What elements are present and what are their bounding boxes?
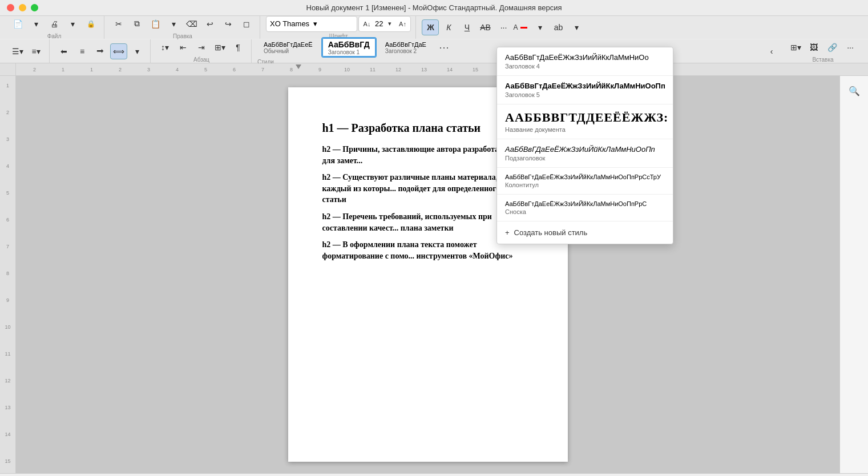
content-area[interactable]: h1 — Разработка плана статьи h2 — Причин… xyxy=(16,76,839,473)
bullet-list-button[interactable]: ☰▾ xyxy=(9,43,26,59)
font-size-increase-button[interactable]: A↑ xyxy=(397,18,408,30)
share-button[interactable]: 🔒 xyxy=(82,16,99,32)
redo-button[interactable]: ↪ xyxy=(220,16,237,32)
ruler-num-11: 11 xyxy=(0,350,15,377)
font-color-button[interactable]: A xyxy=(513,19,530,35)
style-card-normal-preview: АаБбВвГтДаЕеЁ xyxy=(264,41,313,48)
numbered-list-button[interactable]: ≡▾ xyxy=(27,43,45,59)
statusbar: Страница 1 из 1 − + 100% xyxy=(0,473,868,476)
ruler-num-2: 2 xyxy=(0,108,15,135)
search-button[interactable]: 🔍 xyxy=(844,80,865,101)
new-button[interactable]: 📄 xyxy=(9,16,26,32)
paragraph-marks-button[interactable]: ¶ xyxy=(229,39,247,55)
styles-arrow-left-button[interactable]: ‹ xyxy=(763,43,780,59)
erase-button[interactable]: ◻ xyxy=(238,16,255,32)
font-selector[interactable]: XO Thames ▾ xyxy=(266,16,357,32)
style-card-heading1[interactable]: АаБбВвГД Заголовок 1 xyxy=(321,37,377,58)
styles-panel-scroll: АаБбВвГтДаЕеЁЖжЗзИиЙйКкЛаМмНиОо Заголово… xyxy=(497,47,673,221)
table-button[interactable]: ⊞▾ xyxy=(211,39,228,55)
svg-text:4: 4 xyxy=(176,67,179,72)
svg-text:3: 3 xyxy=(147,67,150,72)
window-title: Новый документ 1 [Изменен] - МойОфис Ста… xyxy=(306,3,562,12)
align-section: ⬅ ≡ ⮕ ⟺ ▾ xyxy=(51,39,151,63)
ruler-top-wrapper: 2 1 1 2 3 4 5 6 7 8 9 10 11 12 13 14 15 xyxy=(0,63,868,76)
ruler-num-14: 14 xyxy=(0,430,15,457)
svg-text:1: 1 xyxy=(90,67,93,72)
ruler-num-12: 12 xyxy=(0,377,15,404)
plus-icon: + xyxy=(505,228,510,237)
print-button[interactable]: 🖨 xyxy=(46,16,63,32)
image-insert-button[interactable]: 🖼 xyxy=(805,39,822,55)
ruler-num-15: 15 xyxy=(0,457,15,476)
maximize-button[interactable] xyxy=(31,4,38,11)
style-panel-item-heading5[interactable]: АаБбВвГтДаЕеЁЖжЗзИиЙйКкЛаМмНиОоПп Заголо… xyxy=(497,76,673,104)
italic-button[interactable]: К xyxy=(440,19,457,35)
style-panel-item-subtitle[interactable]: АаБбВвГДаЕеЁЖжЗзИиЙйКкЛаМмНиОоПп Подзаго… xyxy=(497,139,673,168)
style-card-normal[interactable]: АаБбВвГтДаЕеЁ Обычный xyxy=(257,37,319,58)
style-preview-heading5: АаБбВвГтДаЕеЁЖжЗзИиЙйКкЛаМмНиОоПп xyxy=(505,82,665,90)
ruler-num-4: 4 xyxy=(0,162,15,189)
svg-text:11: 11 xyxy=(370,67,376,72)
cut-button[interactable]: ✂ xyxy=(110,16,127,32)
ruler-num-1: 1 xyxy=(0,82,15,108)
minimize-button[interactable] xyxy=(19,4,26,11)
highlight-arrow-button[interactable]: ▾ xyxy=(568,19,585,35)
ruler-num-6: 6 xyxy=(0,216,15,243)
align-right-button[interactable]: ⮕ xyxy=(92,43,109,59)
style-panel-item-header[interactable]: АаБбВвГтДаЕеЁЖжЗзИиЙйКкЛаМмНиОоПпРрСсТрУ… xyxy=(497,168,673,195)
close-button[interactable] xyxy=(7,4,14,11)
bold-button[interactable]: Ж xyxy=(422,19,439,35)
line-spacing-button[interactable]: ↕▾ xyxy=(156,39,173,55)
style-name-subtitle: Подзаголовок xyxy=(505,155,665,162)
insert-label: Вставка xyxy=(812,57,833,63)
align-justify-button[interactable]: ⟺ xyxy=(110,43,127,59)
link-insert-button[interactable]: 🔗 xyxy=(823,39,841,55)
strikethrough-button[interactable]: АВ xyxy=(477,19,494,35)
styles-more-button[interactable]: ⋯ xyxy=(435,39,453,55)
insert-more-button[interactable]: ··· xyxy=(842,39,859,55)
table-insert-button[interactable]: ⊞▾ xyxy=(787,39,804,55)
svg-text:9: 9 xyxy=(318,67,321,72)
font-size-dropdown-button[interactable]: ▾ xyxy=(385,16,394,32)
ruler-left-numbers: 1 2 3 4 5 6 7 8 9 10 11 12 13 14 15 16 1… xyxy=(0,76,15,476)
open-button[interactable]: ▾ xyxy=(27,16,45,32)
svg-text:6: 6 xyxy=(233,67,236,72)
indent-increase-button[interactable]: ⇥ xyxy=(193,39,210,55)
ruler-num-13: 13 xyxy=(0,404,15,430)
style-panel-item-footnote[interactable]: АаБбВвГтДаЕеЁЖжЗзИиЙйКкЛаМмНиОоПпРрС Сно… xyxy=(497,195,673,221)
align-arrow-button[interactable]: ▾ xyxy=(128,43,146,59)
copy-button[interactable]: ⧉ xyxy=(128,16,146,32)
toolbar-row1: 📄 ▾ 🖨 ▾ 🔒 Файл ✂ ⧉ 📋 ▾ ⌫ ↩ ↪ ◻ Правка xyxy=(0,16,868,39)
paste-button[interactable]: 📋 xyxy=(147,16,164,32)
align-center-button[interactable]: ≡ xyxy=(74,43,91,59)
svg-text:7: 7 xyxy=(261,67,264,72)
align-left-button[interactable]: ⬅ xyxy=(55,43,72,59)
style-panel-item-doc-title[interactable]: ААББВВГТДДЕЕЁЁЖЖЗ: Название документа xyxy=(497,104,673,139)
style-name-doc-title: Название документа xyxy=(505,126,665,133)
more-format-button[interactable]: ··· xyxy=(495,19,512,35)
page-wrapper: h1 — Разработка плана статьи h2 — Причин… xyxy=(16,76,839,473)
font-size-selector[interactable]: A↓ 22 ▾ A↑ xyxy=(358,16,411,32)
ruler-num-10: 10 xyxy=(0,323,15,350)
font-color-arrow-button[interactable]: ▾ xyxy=(531,19,548,35)
highlight-button[interactable]: ab xyxy=(550,19,567,35)
paragraph-label: Абзац xyxy=(193,57,209,63)
paste-arrow-button[interactable]: ▾ xyxy=(165,16,182,32)
undo-button[interactable]: ↩ xyxy=(201,16,219,32)
style-preview-doc-title: ААББВВГТДДЕЕЁЁЖЖЗ: xyxy=(505,110,665,125)
create-new-style-button[interactable]: + Создать новый стиль xyxy=(497,221,673,244)
style-card-heading2[interactable]: АаБбВвГтДаЕ Заголовок 2 xyxy=(379,37,433,58)
style-name-header: Колонтитул xyxy=(505,181,665,188)
underline-button[interactable]: Ч xyxy=(458,19,475,35)
svg-marker-17 xyxy=(296,64,301,69)
style-panel-item-heading4[interactable]: АаБбВвГтДаЕеЁЖжЗзИиЙйКкЛаМмНиОо Заголово… xyxy=(497,47,673,76)
style-preview-subtitle: АаБбВвГДаЕеЁЖжЗзИиЙйКкЛаМмНиОоПп xyxy=(505,145,665,154)
indent-decrease-button[interactable]: ⇤ xyxy=(175,39,192,55)
style-name-heading5: Заголовок 5 xyxy=(505,91,665,98)
clear-format-button[interactable]: ⌫ xyxy=(183,16,200,32)
toolbar-row2: ☰▾ ≡▾ ⬅ ≡ ⮕ ⟺ ▾ ↕▾ ⇤ ⇥ ⊞▾ ¶ Абзац xyxy=(0,39,868,63)
print-arrow-button[interactable]: ▾ xyxy=(64,16,81,32)
window-controls[interactable] xyxy=(7,4,38,11)
font-size-decrease-button[interactable]: A↓ xyxy=(361,18,373,30)
ruler-num-9: 9 xyxy=(0,296,15,323)
